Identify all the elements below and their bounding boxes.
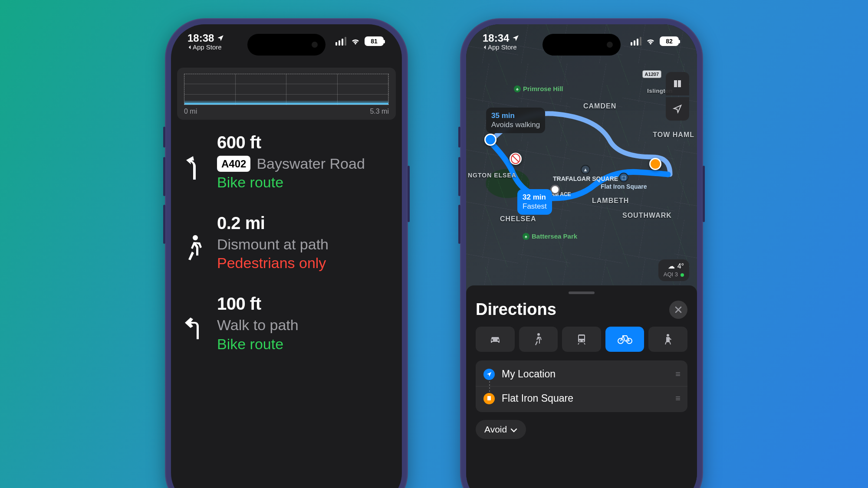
cellular-signal-icon (335, 37, 347, 46)
map-district-label: TOW HAML (653, 131, 694, 139)
direction-step[interactable]: 600 ft A402 Bayswater Road Bike route (182, 133, 391, 191)
status-time: 18:34 (483, 32, 509, 44)
tree-icon: ♠ (514, 85, 521, 92)
map-district-label: NGTON ELSEA (468, 172, 516, 179)
svg-point-5 (582, 341, 584, 342)
battery-icon: 81 (365, 36, 384, 46)
map-park-label: ♠ Battersea Park (523, 233, 577, 240)
location-services-icon (512, 34, 519, 42)
turn-left-icon (182, 294, 207, 352)
route-end-pin[interactable] (649, 158, 661, 170)
battery-icon: 82 (660, 36, 679, 46)
back-to-app[interactable]: App Store (187, 43, 224, 51)
svg-rect-3 (579, 336, 584, 339)
wifi-icon (645, 37, 656, 45)
elevation-graph (184, 74, 389, 105)
map-district-label: LAMBETH (592, 197, 629, 205)
route-main-callout[interactable]: 32 min Fastest (517, 189, 552, 215)
direction-steps-list: 600 ft A402 Bayswater Road Bike route (171, 120, 402, 353)
sheet-grabber[interactable] (569, 291, 595, 294)
cellular-signal-icon (631, 37, 642, 46)
svg-point-4 (579, 341, 580, 342)
sheet-title: Directions (476, 300, 556, 319)
recenter-button[interactable] (666, 97, 689, 121)
step-distance: 0.2 mi (217, 213, 391, 233)
destination-pin-icon (483, 393, 495, 404)
avoid-options-button[interactable]: Avoid (476, 420, 526, 439)
route-alt-callout[interactable]: 35 min Avoids walking (486, 108, 545, 133)
no-cycling-icon (510, 153, 522, 165)
svg-rect-9 (487, 396, 491, 400)
dynamic-island (542, 34, 621, 56)
map-district-label: CAMDEN (583, 102, 616, 110)
close-button[interactable] (669, 301, 687, 319)
elevation-end-label: 5.3 mi (370, 108, 389, 115)
elevation-start-label: 0 mi (184, 108, 197, 115)
bear-left-icon (182, 133, 207, 191)
dynamic-island (247, 34, 326, 56)
step-instruction: Dismount at path (217, 235, 329, 254)
step-road-name: Bayswater Road (256, 154, 365, 173)
direction-step[interactable]: 0.2 mi Dismount at path Pedestrians only (182, 213, 391, 272)
step-distance: 100 ft (217, 294, 391, 314)
chevron-down-icon (510, 424, 517, 435)
screen-left: 18:38 App Store 81 (171, 24, 402, 488)
transport-mode-selector (476, 327, 687, 352)
cloud-icon: ☁︎ (668, 262, 675, 271)
route-to-row[interactable]: Flat Iron Square ≡ (476, 386, 687, 410)
aqi-indicator-dot (681, 273, 684, 277)
step-instruction: Walk to path (217, 315, 299, 334)
map-park-label: ♠ Primrose Hill (514, 85, 563, 92)
step-route-type: Bike route (217, 174, 391, 191)
route-from-row[interactable]: My Location ≡ (476, 362, 687, 386)
back-to-app[interactable]: App Store (483, 43, 519, 51)
monument-icon: ▲ (581, 165, 590, 174)
route-start-pin[interactable] (484, 134, 496, 146)
mode-walk[interactable] (519, 327, 558, 352)
walk-icon (182, 213, 207, 272)
directions-sheet[interactable]: Directions (466, 285, 697, 488)
step-distance: 600 ft (217, 133, 391, 152)
phone-mock-left: 18:38 App Store 81 (165, 18, 408, 488)
screen-right: 18:34 App Store 82 (466, 24, 697, 488)
map-district-label: SOUTHWARK (622, 212, 672, 219)
my-location-icon (483, 369, 495, 380)
step-route-type: Bike route (217, 336, 391, 353)
road-shield: A1207 (642, 70, 661, 78)
route-points-card: My Location ≡ Flat Iron Square ≡ (476, 360, 687, 412)
location-services-icon (217, 34, 224, 42)
tree-icon: ♠ (523, 233, 529, 240)
map-district-label: CHELSEA (500, 215, 536, 223)
transit-icon: ⬚ (619, 173, 628, 182)
mode-rideshare[interactable] (648, 327, 687, 352)
phone-mock-right: 18:34 App Store 82 (460, 18, 703, 488)
step-warning: Pedestrians only (217, 255, 391, 272)
reorder-handle-icon[interactable]: ≡ (675, 369, 680, 379)
direction-step[interactable]: 100 ft Walk to path Bike route (182, 294, 391, 352)
mode-car[interactable] (476, 327, 515, 352)
weather-widget[interactable]: ☁︎ 4° AQI 3 (658, 259, 689, 281)
wifi-icon (350, 37, 361, 45)
svg-point-8 (667, 334, 669, 337)
mode-bike[interactable] (605, 327, 644, 352)
map-layers-button[interactable] (666, 72, 689, 95)
elevation-profile-card[interactable]: 0 mi 5.3 mi (177, 68, 396, 120)
map-destination-label[interactable]: ⬚ Flat Iron Square (601, 173, 647, 190)
status-time: 18:38 (187, 32, 214, 44)
mode-transit[interactable] (562, 327, 601, 352)
svg-point-0 (193, 235, 198, 240)
road-number-badge: A402 (217, 156, 250, 172)
reorder-handle-icon[interactable]: ≡ (675, 393, 680, 403)
svg-point-1 (537, 333, 540, 336)
